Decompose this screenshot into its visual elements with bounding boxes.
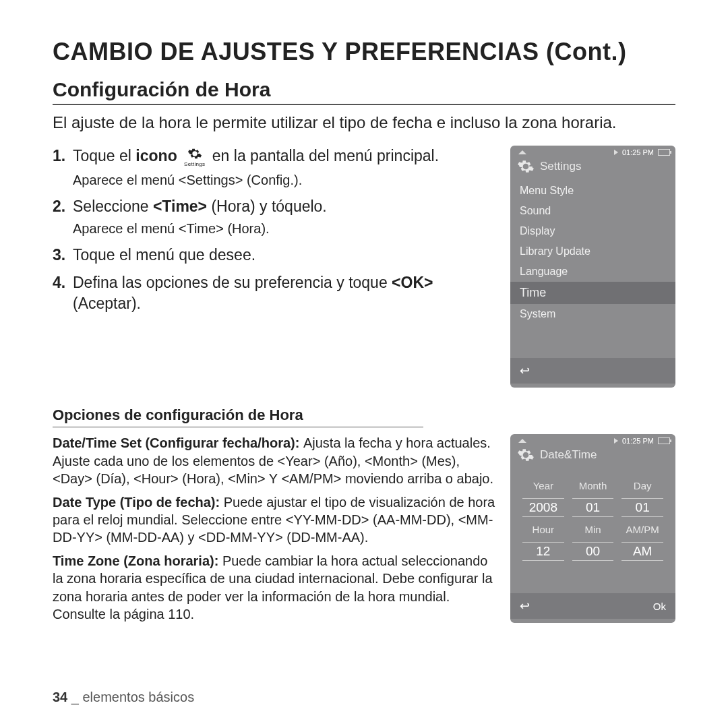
gear-icon	[517, 446, 535, 464]
min-value[interactable]: 00	[572, 542, 614, 561]
settings-menu: Menu Style Sound Display Library Update …	[510, 181, 675, 324]
ok-button[interactable]: Ok	[653, 601, 666, 612]
ampm-label: AM/PM	[617, 524, 667, 535]
signal-icon	[518, 150, 526, 154]
status-bar: 01:25 PM	[510, 434, 675, 445]
play-icon	[614, 438, 618, 444]
option-label: Time Zone (Zona horaria):	[53, 553, 222, 568]
option-datetime: Date/Time Set (Conﬁgurar fecha/hora): Aj…	[53, 434, 498, 487]
option-timezone: Time Zone (Zona horaria): Puede cambiar …	[53, 552, 498, 624]
back-icon[interactable]: ↩	[520, 599, 530, 613]
step-subtext: Aparece el menú <Settings> (Conﬁg.).	[73, 171, 498, 189]
footer-text: elementos básicos	[83, 690, 195, 704]
play-icon	[614, 150, 618, 155]
footer-sep: _	[67, 690, 82, 704]
step-subtext: Aparece el menú <Time> (Hora).	[73, 220, 498, 238]
battery-icon	[658, 149, 670, 156]
gear-icon: Settings	[184, 146, 205, 169]
options-text: Date/Time Set (Conﬁgurar fecha/hora): Aj…	[53, 434, 498, 628]
page-footer: 34 _ elementos básicos	[53, 690, 194, 705]
step-bold: <Time>	[153, 198, 207, 215]
intro-text: El ajuste de la hora le permite utilizar…	[53, 112, 675, 133]
back-icon[interactable]: ↩	[520, 363, 530, 378]
month-label: Month	[568, 480, 618, 491]
min-label: Min	[568, 524, 618, 535]
datetime-grid: Year Month Day 2008 01 01 Hour Min AM/PM…	[510, 469, 675, 566]
step-1: Toque el icono Settings en la pantalla d…	[53, 146, 498, 189]
option-label: Date Type (Tipo de fecha):	[53, 495, 224, 510]
step-4: Deﬁna las opciones de su preferencia y t…	[53, 272, 498, 314]
list-item[interactable]: Display	[510, 221, 675, 241]
gear-icon	[517, 158, 535, 175]
list-item[interactable]: System	[510, 304, 675, 324]
list-item[interactable]: Sound	[510, 201, 675, 221]
day-label: Day	[617, 480, 667, 491]
step-text: (Aceptar).	[73, 295, 141, 312]
step-text: Deﬁna las opciones de su preferencia y t…	[73, 274, 392, 291]
step-text: Toque el menú que desee.	[73, 246, 255, 264]
list-item[interactable]: Library Update	[510, 241, 675, 262]
step-text: Toque el	[73, 147, 135, 164]
screen-header: Settings	[510, 156, 675, 181]
list-item[interactable]: Language	[510, 262, 675, 282]
page-number: 34	[53, 690, 67, 704]
clock-text: 01:25 PM	[622, 148, 654, 156]
steps-list: Toque el icono Settings en la pantalla d…	[53, 146, 498, 321]
list-item[interactable]: Menu Style	[510, 181, 675, 201]
gear-icon-label: Settings	[184, 161, 205, 169]
clock-text: 01:25 PM	[622, 437, 654, 445]
step-text: Seleccione	[73, 198, 153, 215]
step-text: (Hora) y tóquelo.	[207, 198, 327, 215]
year-value[interactable]: 2008	[522, 498, 564, 517]
hour-label: Hour	[518, 524, 568, 535]
status-bar: 01:25 PM	[510, 146, 675, 156]
month-value[interactable]: 01	[572, 498, 614, 517]
step-text: en la pantalla del menú principal.	[212, 147, 439, 164]
year-label: Year	[518, 480, 568, 491]
section-title: Conﬁguración de Hora	[53, 78, 675, 105]
option-datetype: Date Type (Tipo de fecha): Puede ajustar…	[53, 493, 498, 547]
step-bold: <OK>	[392, 274, 433, 291]
list-item-selected[interactable]: Time	[510, 282, 675, 304]
screen-header: Date&Time	[510, 445, 675, 469]
day-value[interactable]: 01	[621, 498, 663, 517]
page-title: CAMBIO DE AJUSTES Y PREFERENCIAS (Cont.)	[53, 38, 675, 66]
screen-title: Settings	[540, 160, 581, 173]
step-2: Seleccione <Time> (Hora) y tóquelo. Apar…	[53, 196, 498, 238]
step-bold: icono	[135, 147, 177, 164]
bottom-bar: ↩	[510, 358, 675, 384]
phone-datetime-screenshot: 01:25 PM Date&Time Year Month Day 2008 0…	[510, 434, 675, 623]
phone-settings-screenshot: 01:25 PM Settings Menu Style Sound Displ…	[510, 146, 675, 388]
battery-icon	[658, 437, 670, 444]
hour-value[interactable]: 12	[522, 542, 564, 561]
signal-icon	[518, 439, 526, 443]
bottom-bar: ↩ Ok	[510, 593, 675, 619]
option-label: Date/Time Set (Conﬁgurar fecha/hora):	[53, 435, 303, 450]
options-title: Opciones de conﬁguración de Hora	[53, 406, 423, 427]
step-3: Toque el menú que desee.	[53, 245, 498, 266]
ampm-value[interactable]: AM	[621, 542, 663, 561]
screen-title: Date&Time	[540, 448, 597, 462]
